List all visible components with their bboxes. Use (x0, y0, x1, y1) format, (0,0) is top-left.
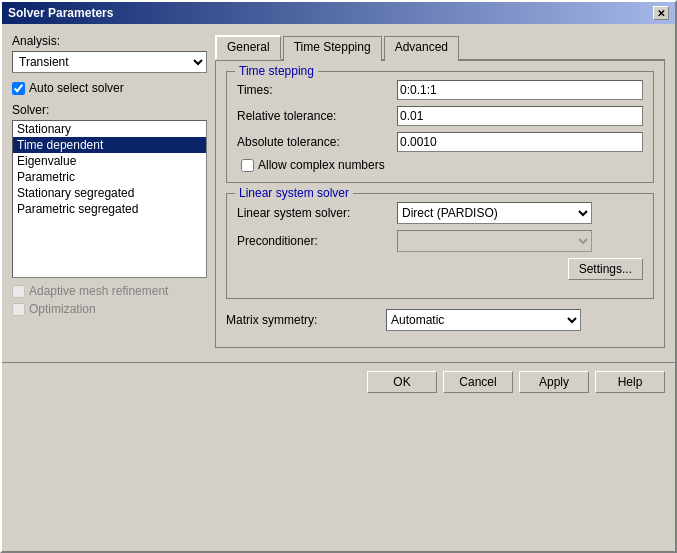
window-content: Analysis: Transient Auto select solver S… (2, 24, 675, 358)
tab-general[interactable]: General (215, 35, 281, 60)
window-title: Solver Parameters (8, 6, 113, 20)
analysis-group: Analysis: Transient (12, 34, 207, 73)
analysis-select[interactable]: Transient (12, 51, 207, 73)
list-item[interactable]: Stationary (13, 121, 206, 137)
optimization-checkbox (12, 303, 25, 316)
analysis-label: Analysis: (12, 34, 207, 48)
list-item[interactable]: Time dependent (13, 137, 206, 153)
apply-button[interactable]: Apply (519, 371, 589, 393)
list-item[interactable]: Parametric segregated (13, 201, 206, 217)
tab-time-stepping[interactable]: Time Stepping (283, 36, 382, 61)
solver-label: Solver: (12, 103, 207, 117)
list-item[interactable]: Parametric (13, 169, 206, 185)
left-panel: Analysis: Transient Auto select solver S… (12, 34, 207, 348)
solver-listbox-container: Stationary Time dependent Eigenvalue Par… (12, 120, 207, 278)
relative-tolerance-row: Relative tolerance: (237, 106, 643, 126)
tab-content-general: Time stepping Times: Relative tolerance:… (215, 61, 665, 348)
linear-system-group: Linear system solver Linear system solve… (226, 193, 654, 299)
tab-advanced[interactable]: Advanced (384, 36, 459, 61)
auto-select-row: Auto select solver (12, 81, 207, 95)
preconditioner-select (397, 230, 592, 252)
settings-button[interactable]: Settings... (568, 258, 643, 280)
solver-parameters-window: Solver Parameters ✕ Analysis: Transient … (0, 0, 677, 553)
absolute-tolerance-label: Absolute tolerance: (237, 135, 397, 149)
adaptive-mesh-row: Adaptive mesh refinement (12, 284, 207, 298)
cancel-button[interactable]: Cancel (443, 371, 513, 393)
absolute-tolerance-row: Absolute tolerance: (237, 132, 643, 152)
auto-select-label: Auto select solver (29, 81, 124, 95)
preconditioner-row: Preconditioner: (237, 230, 643, 252)
time-stepping-title: Time stepping (235, 64, 318, 78)
right-panel: General Time Stepping Advanced Time step… (215, 34, 665, 348)
list-item[interactable]: Stationary segregated (13, 185, 206, 201)
optimization-label: Optimization (29, 302, 96, 316)
linear-system-label: Linear system solver: (237, 206, 397, 220)
relative-tolerance-input[interactable] (397, 106, 643, 126)
linear-system-row: Linear system solver: Direct (PARDISO) I… (237, 202, 643, 224)
allow-complex-label: Allow complex numbers (258, 158, 385, 172)
solver-listbox[interactable]: Stationary Time dependent Eigenvalue Par… (12, 120, 207, 278)
times-label: Times: (237, 83, 397, 97)
title-bar: Solver Parameters ✕ (2, 2, 675, 24)
auto-select-checkbox[interactable] (12, 82, 25, 95)
linear-system-select[interactable]: Direct (PARDISO) Iterative (GMRES) Itera… (397, 202, 592, 224)
times-row: Times: (237, 80, 643, 100)
linear-system-title: Linear system solver (235, 186, 353, 200)
close-button[interactable]: ✕ (653, 6, 669, 20)
tab-bar: General Time Stepping Advanced (215, 34, 665, 61)
help-button[interactable]: Help (595, 371, 665, 393)
matrix-symmetry-label: Matrix symmetry: (226, 313, 386, 327)
matrix-symmetry-select[interactable]: Automatic Symmetric Unsymmetric (386, 309, 581, 331)
list-item[interactable]: Eigenvalue (13, 153, 206, 169)
ok-button[interactable]: OK (367, 371, 437, 393)
matrix-symmetry-row: Matrix symmetry: Automatic Symmetric Uns… (226, 309, 654, 331)
allow-complex-row: Allow complex numbers (241, 158, 643, 172)
bottom-bar: OK Cancel Apply Help (2, 362, 675, 401)
absolute-tolerance-input[interactable] (397, 132, 643, 152)
times-input[interactable] (397, 80, 643, 100)
adaptive-mesh-label: Adaptive mesh refinement (29, 284, 168, 298)
adaptive-mesh-checkbox (12, 285, 25, 298)
optimization-row: Optimization (12, 302, 207, 316)
allow-complex-checkbox[interactable] (241, 159, 254, 172)
relative-tolerance-label: Relative tolerance: (237, 109, 397, 123)
settings-btn-row: Settings... (237, 258, 643, 280)
time-stepping-group: Time stepping Times: Relative tolerance:… (226, 71, 654, 183)
preconditioner-label: Preconditioner: (237, 234, 397, 248)
title-bar-buttons: ✕ (653, 6, 669, 20)
